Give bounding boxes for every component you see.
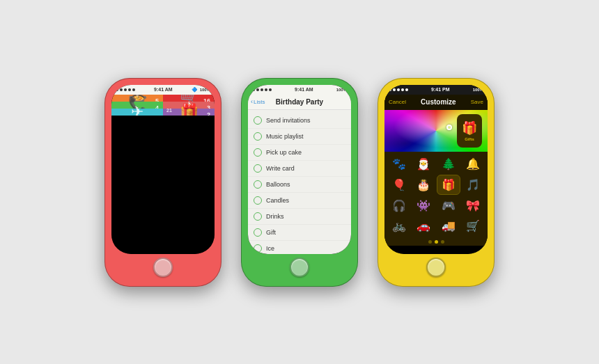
phone-1-screen: 9:41 AM 🔷 100% 🍲 5 🛒 16 📞 4 bbox=[111, 85, 215, 254]
page-indicator bbox=[384, 238, 488, 246]
grid-cell-gifts[interactable]: 🎁 2 21 bbox=[163, 109, 215, 116]
phone-3-status-bar: 9:41 PM 100% bbox=[384, 85, 488, 95]
icon-cell-headphones[interactable]: 🎧 bbox=[387, 196, 411, 215]
list-item[interactable]: Balloons bbox=[248, 177, 351, 193]
icon-cell-santa[interactable]: 🎅 bbox=[412, 155, 436, 173]
customize-nav: Cancel Customize Save bbox=[384, 95, 488, 110]
checkbox-7[interactable] bbox=[254, 228, 262, 237]
item-text-0: Send invitations bbox=[266, 117, 311, 124]
todo-list: Send invitations Music playlist Pick up … bbox=[248, 110, 351, 254]
phone-2-time: 9:41 AM bbox=[295, 87, 313, 92]
grid-cell-travel[interactable]: ✈ bbox=[111, 109, 163, 116]
icon-cell-paw[interactable]: 🐾 bbox=[387, 155, 411, 173]
cell-count-6: 2 bbox=[207, 111, 210, 116]
battery-label-3: 100% bbox=[473, 88, 483, 92]
dot1-3 bbox=[389, 88, 391, 91]
checkbox-4[interactable] bbox=[254, 180, 262, 189]
icon-cell-cake[interactable]: 🎂 bbox=[412, 175, 436, 195]
item-text-8: Ice bbox=[266, 245, 274, 252]
list-title: Birthday Party bbox=[276, 98, 323, 106]
checkbox-6[interactable] bbox=[254, 212, 262, 221]
icon-cell-truck[interactable]: 🚚 bbox=[437, 216, 460, 235]
app-grid: 🍲 5 🛒 16 📞 4 ♪ 3 ✈ bbox=[111, 95, 215, 116]
icon-cell-balloon[interactable]: 🎈 bbox=[387, 175, 411, 195]
back-chevron-icon: ‹ bbox=[251, 98, 253, 105]
phone-2-status-icons: 100% bbox=[336, 88, 347, 92]
icon-cell-gift[interactable]: 🎁 bbox=[437, 175, 460, 195]
phone-3-status-icons: 100% bbox=[473, 88, 483, 92]
battery-label-2: 100% bbox=[336, 88, 347, 92]
customize-title: Customize bbox=[421, 98, 456, 106]
list-item[interactable]: Ice bbox=[248, 241, 351, 254]
dot4 bbox=[128, 88, 131, 91]
back-button[interactable]: ‹ Lists bbox=[251, 98, 265, 105]
list-item[interactable]: Gift bbox=[248, 225, 351, 241]
dot1-2 bbox=[252, 88, 255, 91]
icon-cell-invader[interactable]: 👾 bbox=[412, 196, 436, 215]
selected-icon-label: Gifts bbox=[465, 137, 474, 141]
selected-icon-display: 🎁 Gifts bbox=[457, 114, 482, 148]
bottom-count: 21 bbox=[166, 108, 172, 113]
phone-1-status-icons: 🔷 100% bbox=[192, 87, 210, 93]
checkbox-8[interactable] bbox=[254, 244, 262, 253]
icons-grid: 🐾 🎅 🌲 🔔 🎈 🎂 🎁 🎵 🎧 👾 🎮 🎀 🚲 🚗 🚚 🛒 bbox=[384, 152, 488, 238]
list-item[interactable]: Candles bbox=[248, 193, 351, 209]
item-text-5: Candles bbox=[266, 197, 289, 204]
icon-cell-tree[interactable]: 🌲 bbox=[437, 155, 460, 173]
cancel-button[interactable]: Cancel bbox=[389, 99, 406, 105]
list-item[interactable]: Send invitations bbox=[248, 113, 351, 129]
page-dot-1 bbox=[428, 240, 432, 244]
icon-cell-cart[interactable]: 🛒 bbox=[462, 216, 485, 235]
bluetooth-icon: 🔷 bbox=[192, 87, 198, 93]
item-text-1: Music playlist bbox=[266, 133, 304, 140]
checkbox-2[interactable] bbox=[254, 148, 262, 157]
item-text-6: Drinks bbox=[266, 213, 284, 220]
signal-dots-2 bbox=[252, 88, 272, 91]
dot3-2 bbox=[260, 88, 263, 91]
phone-1: 9:41 AM 🔷 100% 🍲 5 🛒 16 📞 4 bbox=[104, 78, 221, 287]
list-item[interactable]: Music playlist bbox=[248, 129, 351, 145]
icon-cell-bell[interactable]: 🔔 bbox=[462, 155, 485, 173]
home-button-2[interactable] bbox=[290, 258, 309, 277]
color-picker[interactable]: 🎁 Gifts bbox=[384, 110, 488, 152]
list-item[interactable]: Pick up cake bbox=[248, 145, 351, 161]
customize-screen: Cancel Customize Save 🎁 Gifts 🐾 🎅 bbox=[384, 95, 488, 246]
dot1 bbox=[116, 88, 118, 91]
phone-2-screen: 9:41 AM 100% ‹ Lists Birthday Party bbox=[248, 85, 351, 254]
list-nav: ‹ Lists Birthday Party bbox=[248, 95, 351, 110]
dot5-2 bbox=[269, 88, 272, 91]
checkbox-3[interactable] bbox=[254, 164, 262, 173]
phone-2: 9:41 AM 100% ‹ Lists Birthday Party bbox=[241, 78, 358, 287]
item-text-2: Pick up cake bbox=[266, 149, 302, 156]
home-button-3[interactable] bbox=[426, 258, 446, 277]
dot2-3 bbox=[393, 88, 396, 91]
dot2-2 bbox=[256, 88, 259, 91]
icon-cell-bike[interactable]: 🚲 bbox=[387, 216, 411, 235]
plane-icon: ✈ bbox=[131, 103, 143, 116]
dot5-3 bbox=[405, 88, 408, 91]
icon-cell-gamepad[interactable]: 🎮 bbox=[437, 196, 460, 215]
phone-3-time: 9:41 PM bbox=[431, 87, 449, 92]
phone-1-status-bar: 9:41 AM 🔷 100% bbox=[111, 85, 215, 95]
list-item[interactable]: Drinks bbox=[248, 209, 351, 225]
item-text-7: Gift bbox=[266, 229, 276, 236]
save-button[interactable]: Save bbox=[471, 99, 483, 105]
signal-dots-3 bbox=[389, 88, 408, 91]
dot2 bbox=[120, 88, 123, 91]
home-button-1[interactable] bbox=[153, 258, 173, 277]
color-handle[interactable] bbox=[446, 125, 452, 130]
icon-cell-ribbon[interactable]: 🎀 bbox=[462, 196, 485, 215]
checkbox-1[interactable] bbox=[254, 132, 262, 141]
page-dot-2 bbox=[435, 240, 438, 244]
checkbox-5[interactable] bbox=[254, 196, 262, 205]
dot3-3 bbox=[397, 88, 400, 91]
icon-cell-car[interactable]: 🚗 bbox=[412, 216, 436, 235]
page-dot-3 bbox=[441, 240, 444, 244]
gift-icon: 🎁 bbox=[180, 103, 199, 116]
checkbox-0[interactable] bbox=[254, 116, 262, 125]
phone-3-screen: 9:41 PM 100% Cancel Customize Save 🎁 bbox=[384, 85, 488, 254]
list-item[interactable]: Write card bbox=[248, 161, 351, 177]
selected-icon-emoji: 🎁 bbox=[462, 120, 477, 136]
battery-label: 100% bbox=[200, 88, 210, 92]
icon-cell-music[interactable]: 🎵 bbox=[462, 175, 485, 195]
